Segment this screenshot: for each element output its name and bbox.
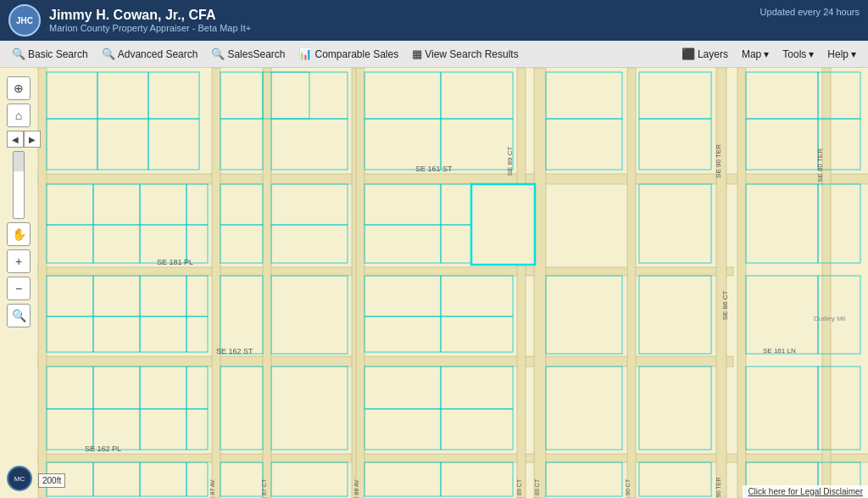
zoom-in-button[interactable]: + xyxy=(7,249,31,273)
zoom-ruler[interactable] xyxy=(13,151,25,219)
map-dropdown-icon: ▾ xyxy=(764,48,769,60)
svg-rect-24 xyxy=(271,72,309,119)
nav-left-button[interactable]: ◀ xyxy=(7,131,24,148)
svg-rect-50 xyxy=(271,225,348,263)
svg-rect-71 xyxy=(441,316,513,352)
zoom-out-button[interactable]: − xyxy=(7,277,31,300)
svg-rect-68 xyxy=(364,276,441,316)
view-results-button[interactable]: ▦ View Search Results xyxy=(407,45,524,63)
svg-text:SE 90 TER: SE 90 TER xyxy=(715,478,721,498)
svg-rect-67 xyxy=(271,276,348,354)
svg-rect-12 xyxy=(627,68,636,498)
svg-text:Dudley Mil: Dudley Mil xyxy=(814,315,846,322)
toolbar-right: ⬛ Layers Map ▾ Tools ▾ Help ▾ xyxy=(676,45,861,63)
svg-text:SE 87 CT: SE 87 CT xyxy=(261,478,267,498)
svg-rect-32 xyxy=(546,119,622,170)
magnify-button[interactable]: 🔍 xyxy=(7,304,31,327)
svg-text:SE 90 TER: SE 90 TER xyxy=(715,144,722,178)
svg-rect-48 xyxy=(271,184,348,225)
svg-rect-6 xyxy=(212,68,220,498)
disclaimer-link[interactable]: Click here for Legal Disclaimer xyxy=(743,485,868,498)
svg-rect-91 xyxy=(639,367,711,450)
svg-rect-14 xyxy=(737,68,746,498)
svg-rect-84 xyxy=(220,367,263,450)
svg-text:SE 86 CT: SE 86 CT xyxy=(721,291,729,321)
logo-text: JHC xyxy=(16,16,33,25)
svg-text:SE 89 CT: SE 89 CT xyxy=(516,478,522,498)
svg-rect-95 xyxy=(93,462,140,496)
svg-rect-18 xyxy=(148,72,199,119)
svg-rect-13 xyxy=(716,68,726,498)
svg-rect-9 xyxy=(356,68,364,498)
svg-rect-55 xyxy=(639,184,711,263)
svg-text:SE 181 PL: SE 181 PL xyxy=(157,258,193,266)
grid-icon: ▦ xyxy=(412,48,422,60)
svg-rect-81 xyxy=(93,409,140,450)
svg-rect-39 xyxy=(47,184,93,225)
svg-rect-62 xyxy=(47,316,93,352)
svg-rect-33 xyxy=(639,72,711,119)
svg-rect-64 xyxy=(140,316,186,352)
svg-rect-34 xyxy=(639,119,711,170)
advanced-search-button[interactable]: 🔍 Advanced Search xyxy=(97,45,203,63)
svg-rect-99 xyxy=(271,462,348,496)
chart-icon: 📊 xyxy=(298,48,312,60)
svg-rect-22 xyxy=(220,72,263,119)
svg-rect-36 xyxy=(746,119,818,170)
svg-rect-44 xyxy=(93,225,140,263)
header-name: Jimmy H. Cowan, Jr., CFA xyxy=(49,8,860,23)
svg-rect-10 xyxy=(517,68,526,498)
bottom-logo-badge: MC xyxy=(7,466,32,491)
selected-parcel[interactable] xyxy=(471,184,535,265)
map-container[interactable]: SE 161 ST SE 181 PL SE 162 ST SE 162 PL … xyxy=(0,68,868,498)
svg-rect-79 xyxy=(186,367,208,409)
header-logo: JHC xyxy=(8,4,41,36)
help-dropdown-icon: ▾ xyxy=(851,48,856,60)
svg-rect-23 xyxy=(263,72,348,119)
nav-right-button[interactable]: ▶ xyxy=(24,131,41,148)
svg-rect-43 xyxy=(47,225,93,263)
svg-text:SE 87 AV: SE 87 AV xyxy=(209,479,215,498)
toolbar: 🔍 Basic Search 🔍 Advanced Search 🔍 Sales… xyxy=(0,41,868,68)
home-button[interactable]: ⌂ xyxy=(7,104,31,127)
nav-arrows: ◀ ▶ xyxy=(7,131,41,148)
svg-rect-65 xyxy=(186,316,208,352)
svg-text:SE 89 CT: SE 89 CT xyxy=(534,478,540,498)
svg-rect-26 xyxy=(271,119,348,170)
svg-rect-63 xyxy=(93,316,140,352)
hand-tool-button[interactable]: ✋ xyxy=(7,222,31,246)
advanced-search-icon: 🔍 xyxy=(102,48,115,60)
svg-rect-59 xyxy=(93,276,140,316)
comparable-sales-button[interactable]: 📊 Comparable Sales xyxy=(293,45,403,63)
svg-text:SE 80 TER: SE 80 TER xyxy=(816,148,824,182)
svg-rect-103 xyxy=(639,462,711,496)
svg-rect-89 xyxy=(441,409,513,450)
svg-text:SE 162 ST: SE 162 ST xyxy=(216,347,253,355)
svg-rect-42 xyxy=(186,184,208,225)
map-button[interactable]: Map ▾ xyxy=(737,46,774,63)
svg-rect-100 xyxy=(364,462,441,496)
svg-rect-60 xyxy=(140,276,186,316)
svg-rect-61 xyxy=(186,276,208,316)
scale-bar: 200ft xyxy=(38,473,65,488)
sales-search-button[interactable]: 🔍 SalesSearch xyxy=(206,45,290,63)
svg-text:SE 88 AV: SE 88 AV xyxy=(353,479,359,498)
tools-button[interactable]: Tools ▾ xyxy=(777,46,819,63)
svg-rect-47 xyxy=(220,184,263,225)
svg-rect-11 xyxy=(534,68,546,498)
svg-text:SE 161 ST: SE 161 ST xyxy=(415,165,453,173)
crosshair-button[interactable]: ⊕ xyxy=(7,76,31,100)
svg-rect-73 xyxy=(639,276,711,354)
basic-search-button[interactable]: 🔍 Basic Search xyxy=(7,45,93,63)
help-button[interactable]: Help ▾ xyxy=(822,46,861,63)
svg-rect-88 xyxy=(364,409,441,450)
svg-rect-85 xyxy=(271,367,348,450)
svg-rect-58 xyxy=(47,276,93,316)
svg-rect-35 xyxy=(746,72,818,119)
layers-icon: ⬛ xyxy=(682,48,695,60)
svg-rect-70 xyxy=(364,316,441,352)
map-svg: SE 161 ST SE 181 PL SE 162 ST SE 162 PL … xyxy=(0,68,868,498)
scale-label: 200ft xyxy=(42,476,61,485)
layers-button[interactable]: ⬛ Layers xyxy=(676,45,733,63)
svg-rect-74 xyxy=(746,276,818,354)
